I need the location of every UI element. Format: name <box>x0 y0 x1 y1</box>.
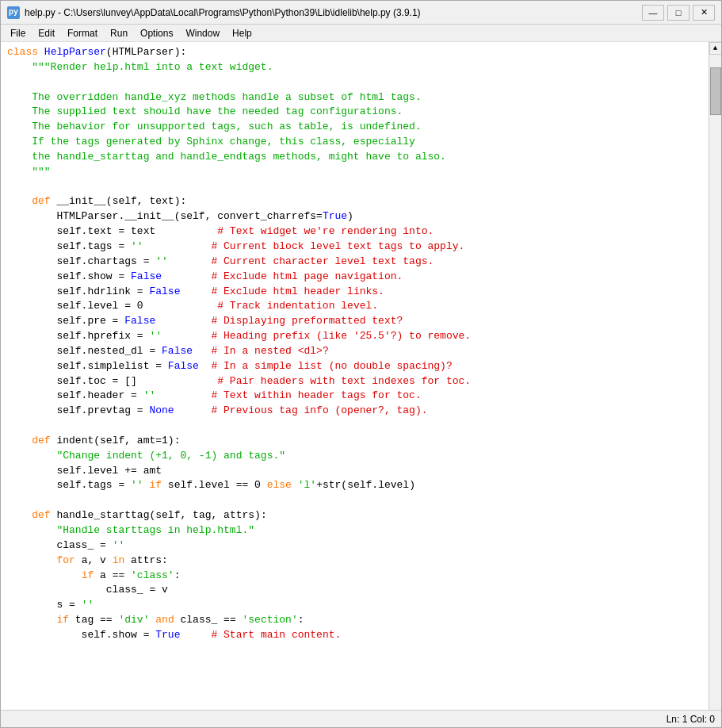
statusbar: Ln: 1 Col: 0 <box>1 710 721 727</box>
window: py help.py - C:\Users\lunvey\AppData\Loc… <box>0 0 722 728</box>
scroll-thumb[interactable] <box>710 67 721 115</box>
menu-help[interactable]: Help <box>226 25 258 41</box>
menubar: File Edit Format Run Options Window Help <box>1 25 721 42</box>
code-container[interactable]: class HelpParser(HTMLParser): """Render … <box>1 42 709 710</box>
code-editor[interactable]: class HelpParser(HTMLParser): """Render … <box>1 45 709 643</box>
menu-file[interactable]: File <box>4 25 32 41</box>
menu-run[interactable]: Run <box>104 25 134 41</box>
maximize-button[interactable]: □ <box>667 5 690 21</box>
menu-options[interactable]: Options <box>134 25 179 41</box>
editor-area: class HelpParser(HTMLParser): """Render … <box>1 42 721 710</box>
scrollbar-vertical[interactable]: ▲ <box>709 42 721 710</box>
close-button[interactable]: ✕ <box>693 5 715 21</box>
app-icon-label: py <box>9 8 18 17</box>
menu-edit[interactable]: Edit <box>32 25 61 41</box>
cursor-position: Ln: 1 Col: 0 <box>667 714 715 725</box>
titlebar-controls: — □ ✕ <box>642 5 715 21</box>
titlebar: py help.py - C:\Users\lunvey\AppData\Loc… <box>1 1 721 25</box>
menu-format[interactable]: Format <box>61 25 104 41</box>
titlebar-text: help.py - C:\Users\lunvey\AppData\Local\… <box>25 7 642 18</box>
app-icon: py <box>7 6 20 19</box>
minimize-button[interactable]: — <box>642 5 664 21</box>
menu-window[interactable]: Window <box>179 25 226 41</box>
scroll-up-button[interactable]: ▲ <box>709 42 722 55</box>
